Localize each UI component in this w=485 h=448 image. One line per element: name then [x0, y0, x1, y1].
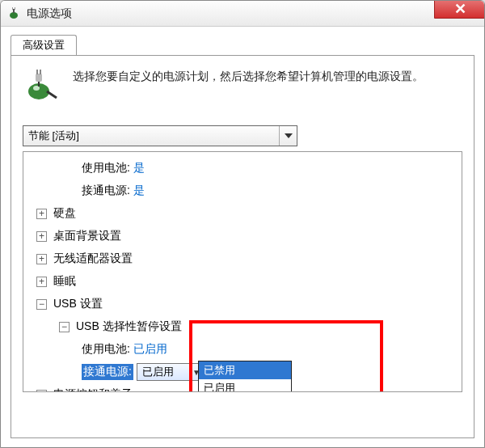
- label: 睡眠: [53, 274, 76, 289]
- expand-icon[interactable]: +: [36, 231, 47, 242]
- label: USB 选择性暂停设置: [76, 319, 182, 334]
- tree-item-sleep[interactable]: + 睡眠: [27, 270, 458, 293]
- dialog-window: 电源选项 ✕ 高级设置: [0, 0, 485, 448]
- combobox-dropdown[interactable]: 已禁用 已启用: [198, 361, 292, 392]
- svg-rect-2: [12, 7, 13, 10]
- label: 硬盘: [53, 206, 76, 221]
- tree-item-wireless[interactable]: + 无线适配器设置: [27, 247, 458, 270]
- tab-label: 高级设置: [23, 39, 65, 51]
- expand-icon[interactable]: +: [36, 390, 47, 393]
- settings-tree[interactable]: 使用电池: 是 接通电源: 是 + 硬盘 + 桌面背景设置 + 无线适配器: [23, 151, 462, 392]
- label: 电源按钮和盖子: [53, 387, 133, 392]
- dropdown-item-enable[interactable]: 已启用: [199, 379, 291, 392]
- label: 桌面背景设置: [53, 229, 121, 243]
- tree-item-usb-battery: 使用电池: 已启用: [27, 338, 458, 361]
- label: 使用电池:: [82, 342, 130, 357]
- expand-icon[interactable]: +: [36, 277, 47, 287]
- svg-rect-6: [36, 74, 42, 82]
- value-link[interactable]: 是: [133, 184, 145, 198]
- power-plan-value: 节能 [活动]: [28, 129, 79, 143]
- window-title: 电源选项: [27, 6, 72, 21]
- collapse-icon[interactable]: −: [59, 322, 70, 332]
- dialog-body: 高级设置 选择您要自定义的电源计划，然后选择您希望计算机管理的电源设置: [1, 27, 484, 447]
- battery-plug-icon: [23, 67, 61, 106]
- expand-icon[interactable]: +: [36, 254, 47, 264]
- label-selected: 接通电源:: [82, 364, 133, 380]
- close-icon: ✕: [454, 0, 466, 18]
- tree-item-desktop-bg[interactable]: + 桌面背景设置: [27, 225, 458, 247]
- svg-rect-3: [15, 7, 15, 10]
- tree-item-usb-suspend[interactable]: − USB 选择性暂停设置: [27, 315, 458, 338]
- tree-item-battery: 使用电池: 是: [27, 157, 458, 180]
- tab-panel: 选择您要自定义的电源计划，然后选择您希望计算机管理的电源设置。 节能 [活动] …: [11, 55, 474, 438]
- svg-rect-8: [40, 70, 41, 74]
- tab-advanced-settings[interactable]: 高级设置: [11, 35, 77, 56]
- close-button[interactable]: ✕: [434, 0, 485, 19]
- collapse-icon[interactable]: −: [36, 299, 47, 310]
- combobox-value: 已启用: [142, 365, 174, 379]
- value-link[interactable]: 已启用: [133, 342, 167, 357]
- chevron-down-icon: [279, 126, 297, 146]
- tab-strip: 高级设置: [11, 35, 474, 56]
- title-bar: 电源选项 ✕: [1, 1, 484, 27]
- label: 使用电池:: [82, 161, 130, 175]
- svg-rect-7: [36, 70, 38, 74]
- label: 无线适配器设置: [53, 251, 133, 266]
- label: USB 设置: [53, 297, 103, 311]
- value-combobox[interactable]: 已启用 ▼: [137, 363, 206, 381]
- power-icon: [6, 6, 22, 22]
- expand-icon[interactable]: +: [36, 209, 47, 219]
- tree-item-harddisk[interactable]: + 硬盘: [27, 202, 458, 225]
- tree-item-usb[interactable]: − USB 设置: [27, 293, 458, 315]
- power-plan-select[interactable]: 节能 [活动]: [23, 125, 297, 146]
- intro-section: 选择您要自定义的电源计划，然后选择您希望计算机管理的电源设置。: [23, 67, 462, 106]
- value-link[interactable]: 是: [133, 161, 145, 175]
- svg-point-0: [10, 12, 18, 19]
- label: 接通电源:: [82, 184, 130, 198]
- tree-item-ac: 接通电源: 是: [27, 180, 458, 202]
- dropdown-item-disable[interactable]: 已禁用: [199, 361, 291, 379]
- svg-rect-1: [13, 9, 15, 13]
- intro-text: 选择您要自定义的电源计划，然后选择您希望计算机管理的电源设置。: [73, 67, 424, 106]
